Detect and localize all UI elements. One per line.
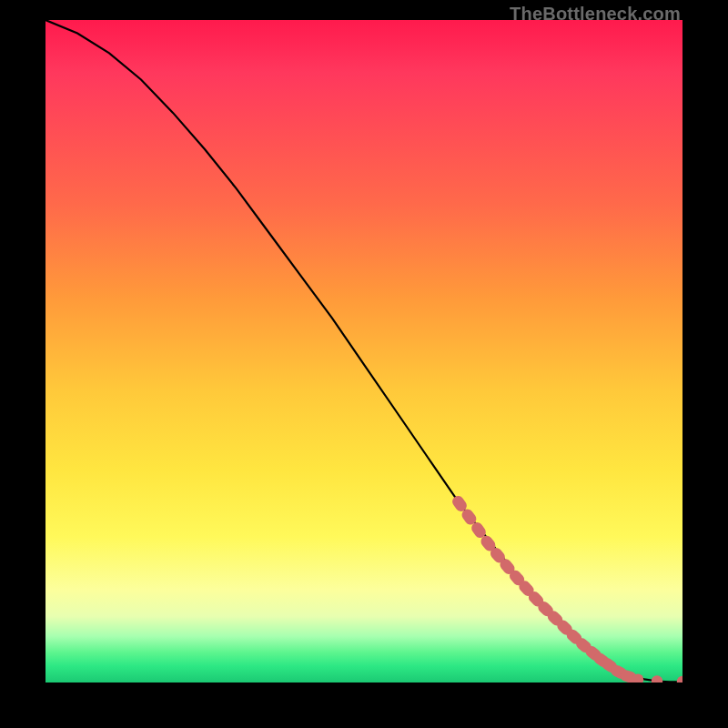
marker-dot — [677, 676, 682, 682]
marker-group — [450, 493, 682, 682]
chart-stage: TheBottleneck.com — [0, 0, 728, 728]
data-curve — [46, 20, 682, 682]
plot-area — [46, 20, 682, 682]
marker-dot — [652, 675, 662, 682]
chart-overlay — [46, 20, 682, 682]
